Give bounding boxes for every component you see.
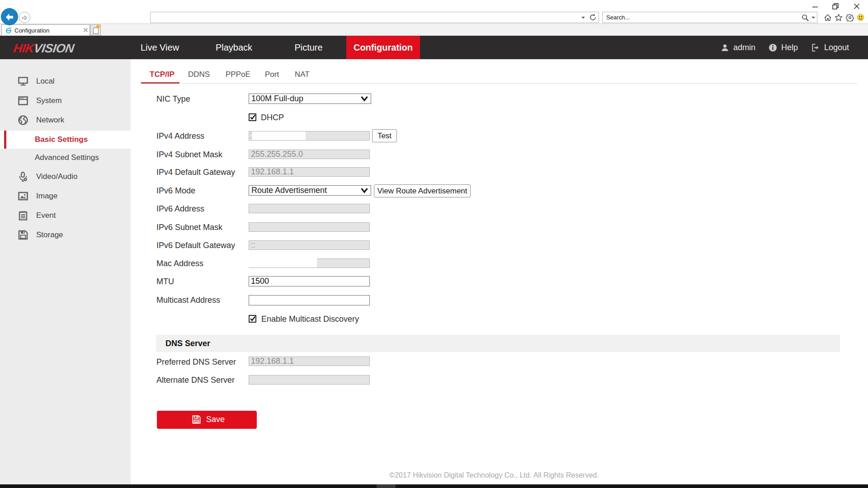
smiley-feedback-icon[interactable] <box>857 14 864 21</box>
search-icon[interactable] <box>801 14 809 22</box>
test-button[interactable]: Test <box>372 129 397 142</box>
ipv6-subnet-input[interactable] <box>249 222 370 232</box>
alternate-dns-input[interactable] <box>249 375 370 385</box>
sidebar-item-network[interactable]: Network <box>0 110 131 130</box>
sidebar-item-basic-settings[interactable]: Basic Settings <box>0 131 131 149</box>
search-placeholder: Search... <box>606 14 630 21</box>
sidebar-item-video-audio[interactable]: Video/Audio <box>0 167 131 186</box>
app-header: HIKVISION Live View Playback Picture Con… <box>0 36 868 59</box>
tab-tcpip[interactable]: TCP/IP <box>150 67 175 82</box>
sidebar-item-label: Image <box>36 192 57 201</box>
select-value: 100M Full-dup <box>251 94 303 103</box>
ipv6-gateway-input[interactable] <box>249 240 370 250</box>
sidebar-item-label: Basic Settings <box>35 135 88 144</box>
ipv4-address-redaction <box>252 131 306 140</box>
chevron-down-icon <box>361 188 368 193</box>
checkmark-icon <box>250 114 256 120</box>
logo-vision-text: VISION <box>33 42 75 55</box>
taskbar-edge <box>0 484 868 488</box>
sidebar-item-advanced-settings[interactable]: Advanced Settings <box>0 148 131 167</box>
ipv6-mode-select[interactable]: Route Advertisement <box>249 185 371 196</box>
ipv4-subnet-input[interactable] <box>249 150 370 159</box>
dns-section-header: DNS Server <box>156 335 840 352</box>
multicast-discovery-checkbox[interactable] <box>249 315 256 323</box>
dns-section-title: DNS Server <box>165 339 210 348</box>
dhcp-label: DHCP <box>261 112 284 123</box>
tab-divider-line <box>141 83 858 84</box>
sidebar: Local System Network Basic Settings Adva… <box>0 59 131 484</box>
home-icon[interactable] <box>824 14 832 22</box>
nic-type-select[interactable]: 100M Full-dup <box>249 94 371 104</box>
taskbar-item-edge <box>377 484 396 488</box>
user-icon <box>721 43 729 52</box>
window-close-icon[interactable] <box>854 3 860 9</box>
back-icon <box>5 12 14 22</box>
help-info-icon <box>769 43 777 52</box>
system-window-icon <box>18 96 28 106</box>
sidebar-item-event[interactable]: Event <box>0 206 131 225</box>
ipv4-gateway-label: IPv4 Default Gateway <box>156 166 235 178</box>
sidebar-item-system[interactable]: System <box>0 91 131 110</box>
save-button[interactable]: Save <box>157 411 257 429</box>
address-bar[interactable] <box>150 12 599 23</box>
forward-icon <box>21 14 28 21</box>
search-box[interactable] <box>602 12 817 23</box>
search-dropdown-icon[interactable] <box>811 16 816 19</box>
sidebar-item-label: Event <box>36 211 56 220</box>
mac-address-redaction <box>248 258 317 267</box>
tab-ddns[interactable]: DDNS <box>188 67 210 82</box>
sidebar-item-storage[interactable]: Storage <box>0 225 131 244</box>
tab-pppoe[interactable]: PPPoE <box>226 67 250 82</box>
nav-live-view[interactable]: Live View <box>134 36 186 59</box>
monitor-icon <box>18 76 28 86</box>
sidebar-item-image[interactable]: Image <box>0 186 131 206</box>
multicast-discovery-label: Enable Multicast Discovery <box>261 313 359 325</box>
multicast-address-input[interactable] <box>249 295 370 305</box>
sidebar-item-label: System <box>36 96 62 105</box>
ipv4-gateway-input[interactable] <box>249 167 370 177</box>
window-minimize-icon[interactable] <box>812 4 818 10</box>
browser-tab-strip <box>0 23 868 36</box>
mtu-input[interactable] <box>249 276 370 286</box>
tab-close-icon[interactable] <box>82 26 90 34</box>
tab-port[interactable]: Port <box>265 67 279 82</box>
save-label: Save <box>206 415 225 424</box>
hikvision-logo: HIKVISION <box>13 42 75 56</box>
address-dropdown-icon[interactable] <box>580 15 586 20</box>
forward-button[interactable] <box>19 12 30 23</box>
dhcp-checkbox[interactable] <box>249 113 256 121</box>
image-icon <box>18 191 28 201</box>
window-restore-icon[interactable] <box>832 3 839 9</box>
globe-icon <box>18 115 28 125</box>
ie-favicon <box>5 27 12 34</box>
ipv6-address-input[interactable] <box>249 204 370 213</box>
nav-configuration[interactable]: Configuration <box>346 36 420 59</box>
sidebar-item-local[interactable]: Local <box>0 71 131 91</box>
favorites-star-icon[interactable] <box>835 14 843 22</box>
browser-tab[interactable]: Configuration <box>1 24 90 36</box>
user-name: admin <box>733 43 755 52</box>
help-button[interactable]: Help <box>769 36 798 59</box>
refresh-icon[interactable] <box>589 14 597 21</box>
logout-button[interactable]: Logout <box>811 36 849 59</box>
nav-picture[interactable]: Picture <box>283 36 335 59</box>
logout-label: Logout <box>824 43 849 52</box>
preferred-dns-input[interactable] <box>249 357 370 366</box>
new-tab-button[interactable]: ✱ <box>90 24 101 35</box>
screen: Search... Configuration ✱ HIKVISION Live… <box>0 0 868 488</box>
ipv4-address-label: IPv4 Address <box>156 130 204 142</box>
view-route-advertisement-button[interactable]: View Route Advertisement <box>374 184 471 197</box>
back-button[interactable] <box>1 8 18 25</box>
user-menu[interactable]: admin <box>721 36 755 59</box>
sidebar-item-label: Network <box>36 116 64 125</box>
event-notepad-icon <box>18 211 28 221</box>
tab-title: Configuration <box>14 27 49 34</box>
logout-icon <box>811 43 820 52</box>
mtu-label: MTU <box>156 276 174 287</box>
tab-nat[interactable]: NAT <box>295 67 310 82</box>
alternate-dns-label: Alternate DNS Server <box>156 374 235 386</box>
sidebar-item-label: Storage <box>36 230 63 239</box>
settings-gear-icon[interactable] <box>846 14 854 22</box>
nav-playback[interactable]: Playback <box>208 36 260 59</box>
checkmark-icon <box>250 315 256 322</box>
